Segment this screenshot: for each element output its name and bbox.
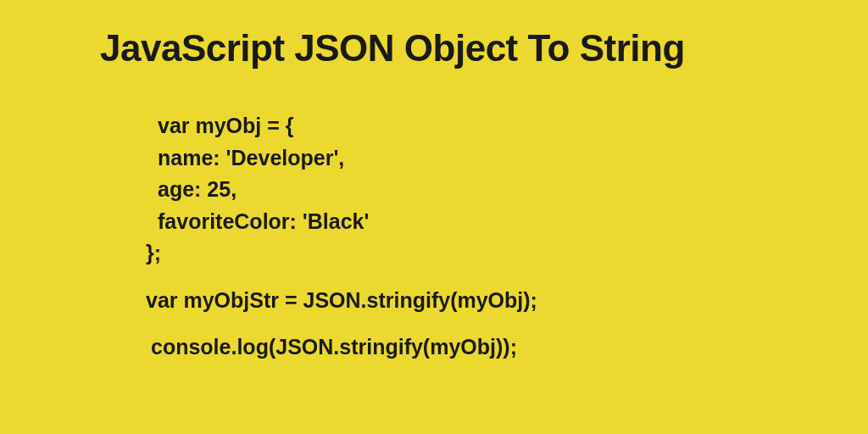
code-line: favoriteColor: 'Black'	[146, 206, 868, 238]
code-line: };	[146, 237, 868, 270]
code-line: age: 25,	[146, 174, 868, 206]
spacer	[146, 316, 868, 331]
spacer	[146, 270, 868, 285]
code-line: name: 'Developer',	[146, 142, 868, 175]
code-line: var myObjStr = JSON.stringify(myObj);	[146, 285, 868, 317]
code-block: var myObj = { name: 'Developer', age: 25…	[146, 110, 868, 364]
code-line: console.log(JSON.stringify(myObj));	[146, 331, 868, 364]
slide-container: JavaScript JSON Object To String var myO…	[0, 0, 868, 364]
page-title: JavaScript JSON Object To String	[100, 27, 868, 70]
code-line: var myObj = {	[146, 110, 868, 142]
